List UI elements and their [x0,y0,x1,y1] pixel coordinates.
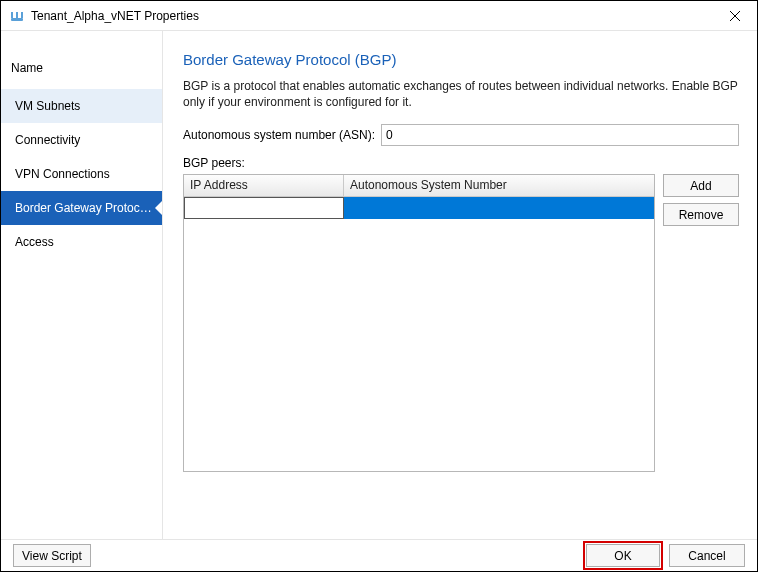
sidebar-item-vm-subnets[interactable]: VM Subnets [1,89,162,123]
sidebar: Name VM Subnets Connectivity VPN Connect… [1,31,163,541]
svg-rect-0 [11,18,23,21]
dialog-body: Name VM Subnets Connectivity VPN Connect… [1,31,757,541]
grid-side-buttons: Add Remove [663,174,739,472]
asn-input[interactable] [381,124,739,146]
grid-header: IP Address Autonomous System Number [184,175,654,197]
peers-grid[interactable]: IP Address Autonomous System Number [183,174,655,472]
ip-cell-editor[interactable] [184,197,344,219]
content-description: BGP is a protocol that enables automatic… [183,78,738,110]
window-title: Tenant_Alpha_vNET Properties [31,9,713,23]
content-pane: Border Gateway Protocol (BGP) BGP is a p… [163,31,757,541]
cancel-button[interactable]: Cancel [669,544,745,567]
close-button[interactable] [713,1,757,31]
asn-cell[interactable] [344,197,654,219]
ok-button[interactable]: OK [586,544,660,567]
sidebar-item-vpn-connections[interactable]: VPN Connections [1,157,162,191]
asn-row: Autonomous system number (ASN): [183,124,739,146]
svg-rect-2 [11,12,13,18]
grid-row[interactable] [184,197,654,219]
sidebar-item-bgp[interactable]: Border Gateway Protocol... [1,191,162,225]
peers-area: IP Address Autonomous System Number Add … [183,174,739,472]
column-ip[interactable]: IP Address [184,175,344,196]
sidebar-item-access[interactable]: Access [1,225,162,259]
ok-highlight: OK [583,541,663,570]
footer: View Script OK Cancel [1,539,757,571]
app-icon [9,8,25,24]
add-button[interactable]: Add [663,174,739,197]
asn-label: Autonomous system number (ASN): [183,128,375,142]
svg-rect-3 [21,12,23,18]
view-script-button[interactable]: View Script [13,544,91,567]
peers-label: BGP peers: [183,156,739,170]
sidebar-header: Name [1,55,162,89]
column-asn[interactable]: Autonomous System Number [344,175,654,196]
svg-rect-1 [16,12,18,18]
content-title: Border Gateway Protocol (BGP) [183,51,739,68]
sidebar-item-connectivity[interactable]: Connectivity [1,123,162,157]
titlebar: Tenant_Alpha_vNET Properties [1,1,757,31]
remove-button[interactable]: Remove [663,203,739,226]
